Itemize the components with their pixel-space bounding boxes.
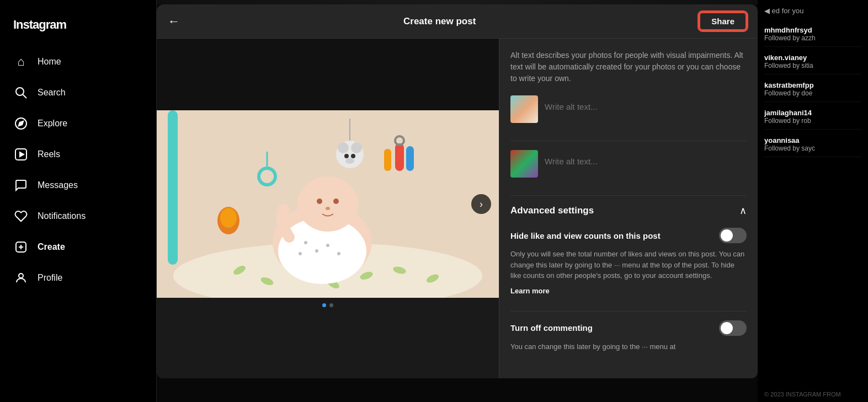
suggested-followed-4: Followed by rob (764, 117, 861, 125)
svg-point-25 (337, 252, 340, 255)
create-icon (13, 239, 29, 255)
modal-header: ← Create new post Share (157, 4, 758, 39)
svg-point-24 (326, 244, 329, 247)
suggested-item-5[interactable]: yoannisaa Followed by sayc (764, 132, 861, 157)
alt-text-description: Alt text describes your photos for peopl… (510, 50, 747, 84)
sidebar-item-label: Search (38, 88, 66, 98)
home-icon: ⌂ (13, 54, 29, 69)
sidebar-item-label: Reels (38, 149, 60, 159)
share-btn-wrapper: Share (699, 12, 747, 30)
suggested-username-2: viken.vianey (764, 53, 861, 62)
dot-2 (329, 303, 333, 307)
svg-rect-11 (168, 110, 178, 265)
sidebar-item-label: Explore (38, 119, 67, 128)
svg-point-30 (326, 207, 330, 210)
svg-point-35 (351, 154, 355, 158)
commenting-description: You can change this later by going to th… (510, 341, 747, 352)
suggested-username-4: jamilaghani14 (764, 109, 861, 117)
commenting-toggle[interactable] (719, 320, 747, 336)
suggested-followed-2: Followed by sitia (764, 62, 861, 69)
suggested-followed-1: Followed by azzh (764, 34, 861, 42)
hide-likes-label: Hide like and view counts on this post (510, 231, 719, 240)
svg-point-9 (19, 274, 23, 278)
svg-marker-5 (20, 152, 24, 157)
svg-point-23 (315, 249, 318, 253)
notifications-icon (13, 208, 29, 224)
sidebar-item-label: Create (38, 242, 65, 252)
alt-thumb-1 (510, 95, 538, 123)
modal-overlay: ← Create new post Share (157, 0, 758, 402)
sidebar-item-label: Notifications (38, 211, 86, 221)
sidebar-item-reels[interactable]: Reels (7, 140, 150, 169)
svg-rect-41 (406, 146, 414, 171)
svg-rect-42 (384, 149, 391, 171)
alt-text-row-2 (510, 150, 747, 182)
svg-point-45 (220, 208, 237, 228)
sidebar-item-create[interactable]: Create (7, 233, 150, 261)
dot-1 (322, 303, 326, 307)
alt-text-input-1[interactable] (545, 95, 747, 127)
suggested-followed-3: Followed by doe (764, 89, 861, 97)
suggested-username-1: mhmdhnfrsyd (764, 26, 861, 34)
alt-text-input-2[interactable] (545, 150, 747, 182)
suggested-username-3: kastratbemfpp (764, 81, 861, 89)
sidebar-item-label: Profile (38, 273, 62, 283)
sidebar-item-label: Messages (38, 180, 78, 190)
image-area: › (157, 39, 499, 378)
svg-point-27 (297, 176, 358, 232)
baby-image-container: › (157, 110, 499, 298)
divider-3 (510, 311, 747, 312)
suggested-item-4[interactable]: jamilaghani14 Followed by rob (764, 104, 861, 130)
commenting-label-row: Turn off commenting (510, 320, 747, 336)
sidebar-item-home[interactable]: ⌂ Home (7, 47, 150, 76)
sidebar: Instagram ⌂ Home Search Explore Reels Me… (0, 0, 157, 402)
svg-point-26 (299, 252, 302, 255)
hide-likes-label-row: Hide like and view counts on this post (510, 228, 747, 243)
svg-point-34 (344, 154, 349, 158)
image-top-space (157, 39, 499, 110)
next-image-button[interactable]: › (471, 194, 491, 214)
suggested-item-2[interactable]: viken.vianey Followed by sitia (764, 49, 861, 74)
explore-icon (13, 116, 29, 131)
reels-icon (13, 147, 29, 162)
hide-likes-toggle[interactable] (719, 228, 747, 243)
sidebar-logo: Instagram (7, 9, 150, 47)
image-bottom-space (157, 313, 499, 378)
messages-icon (13, 178, 29, 193)
sidebar-item-explore[interactable]: Explore (7, 109, 150, 138)
image-dots (157, 298, 499, 313)
chevron-up-icon[interactable]: ∧ (739, 205, 747, 217)
modal-body: › Alt text describes your photos for peo… (157, 39, 758, 378)
svg-point-22 (304, 241, 307, 244)
suggested-item-1[interactable]: mhmdhnfrsyd Followed by azzh (764, 22, 861, 47)
sidebar-item-notifications[interactable]: Notifications (7, 202, 150, 231)
learn-more-link[interactable]: Learn more (510, 287, 550, 295)
hide-likes-setting: Hide like and view counts on this post O… (510, 228, 747, 296)
hide-likes-description: Only you will see the total number of li… (510, 249, 747, 281)
turn-off-commenting-setting: Turn off commenting You can change this … (510, 320, 747, 357)
share-button[interactable]: Share (699, 12, 747, 30)
svg-point-29 (333, 199, 339, 204)
divider-1 (510, 141, 747, 141)
modal-title: Create new post (403, 16, 476, 27)
sidebar-item-profile[interactable]: Profile (7, 264, 150, 292)
sidebar-item-messages[interactable]: Messages (7, 171, 150, 200)
alt-thumb-2 (510, 150, 538, 178)
svg-rect-40 (395, 143, 404, 171)
svg-point-28 (317, 199, 322, 204)
suggested-label: ◀ ed for you (764, 4, 861, 15)
svg-point-33 (351, 142, 362, 153)
back-button[interactable]: ← (168, 14, 180, 29)
svg-point-0 (16, 88, 24, 95)
suggested-followed-5: Followed by sayc (764, 144, 861, 152)
main-area: ← Create new post Share (157, 0, 758, 402)
svg-marker-3 (19, 121, 23, 126)
svg-point-32 (338, 142, 349, 153)
search-icon (13, 85, 29, 100)
svg-line-1 (23, 95, 27, 99)
sidebar-item-search[interactable]: Search (7, 78, 150, 107)
suggested-item-3[interactable]: kastratbemfpp Followed by doe (764, 77, 861, 102)
right-sidebar: ◀ ed for you mhmdhnfrsyd Followed by azz… (758, 0, 868, 402)
right-panel: Alt text describes your photos for peopl… (499, 39, 758, 378)
advanced-settings-header: Advanced settings ∧ (510, 205, 747, 217)
